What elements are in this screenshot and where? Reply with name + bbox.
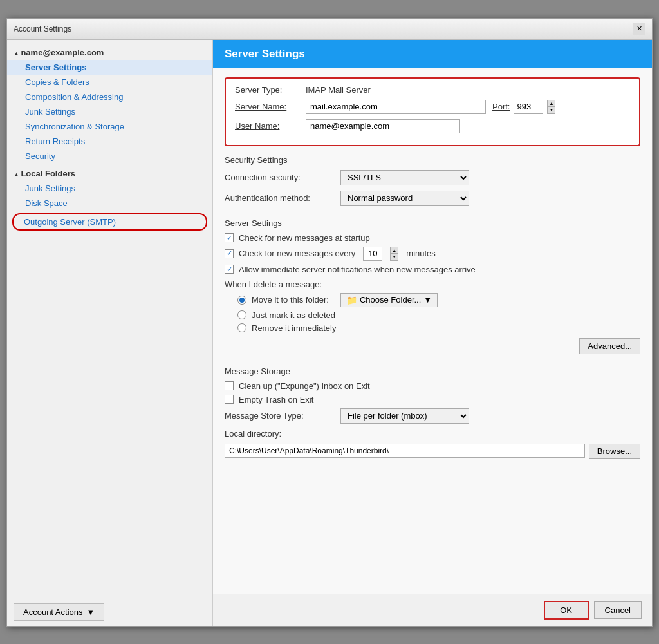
auth-method-row: Authentication method: Normal password E… [225,191,640,206]
empty-trash-label: Empty Trash on Exit [239,395,313,404]
auth-method-label: Authentication method: [225,193,340,203]
panel-title: Server Settings [225,48,305,60]
user-name-label: User Name: [235,121,306,131]
connection-security-label: Connection security: [225,173,340,182]
tree-area: name@example.com Server Settings Copies … [7,40,212,598]
server-type-row: Server Type: IMAP Mail Server [235,85,630,95]
window-title: Account Settings [14,24,71,33]
local-dir-section: Local directory: Browse... [225,429,640,459]
just-mark-row: Just mark it as deleted [237,310,640,320]
just-mark-label: Just mark it as deleted [252,310,335,320]
local-folders-root[interactable]: Local Folders [7,166,212,181]
server-name-input[interactable] [306,100,486,114]
check-every-checkbox[interactable] [225,249,234,258]
port-label: Port: [492,102,510,111]
security-settings-title: Security Settings [225,155,640,165]
check-every-label: Check for new messages every [239,249,355,258]
move-to-folder-radio[interactable] [237,296,246,305]
store-type-select[interactable]: File per folder (mbox) [340,408,469,424]
check-every-row: Check for new messages every ▲ ▼ minutes [225,247,640,261]
empty-trash-checkbox[interactable] [225,395,234,404]
right-panel: Server Settings Server Type: IMAP Mail S… [213,40,652,626]
port-spinner-down[interactable]: ▼ [548,107,555,113]
server-name-label: Server Name: [235,102,306,111]
remove-immediately-row: Remove it immediately [237,323,640,333]
sidebar-item-composition-addressing[interactable]: Composition & Addressing [7,90,212,104]
sidebar-item-return-receipts[interactable]: Return Receipts [7,134,212,149]
remove-immediately-radio[interactable] [237,323,246,332]
security-settings-section: Security Settings Connection security: S… [225,155,640,206]
cleanup-label: Clean up ("Expunge") Inbox on Exit [239,381,370,391]
cleanup-checkbox[interactable] [225,381,234,390]
message-storage-title: Message Storage [225,366,640,376]
port-input[interactable] [514,100,543,114]
allow-notifications-label: Allow immediate server notifications whe… [239,265,476,274]
choose-folder-label: Choose Folder... [360,295,421,305]
account-settings-window: Account Settings ✕ name@example.com Serv… [6,18,653,627]
user-name-input[interactable] [306,119,460,133]
connection-security-row: Connection security: SSL/TLS STARTTLS No… [225,170,640,185]
minutes-suffix: minutes [406,249,436,258]
check-startup-checkbox[interactable] [225,233,234,242]
auth-method-select[interactable]: Normal password Encrypted password OAuth… [340,191,469,206]
sidebar-item-outgoing-smtp[interactable]: Outgoing Server (SMTP) [12,213,207,231]
divider-2 [225,361,640,361]
move-to-folder-row: Move it to this folder: 📁 Choose Folder.… [237,293,640,307]
port-spinner-up[interactable]: ▲ [548,100,555,108]
browse-button[interactable]: Browse... [589,444,640,459]
check-every-minutes-input[interactable] [363,247,382,261]
message-storage-section: Message Storage Clean up ("Expunge") Inb… [225,366,640,459]
close-button[interactable]: ✕ [633,23,645,35]
sidebar-item-junk-settings[interactable]: Junk Settings [7,104,212,119]
sidebar-item-local-junk[interactable]: Junk Settings [7,181,212,196]
panel-header: Server Settings [213,40,652,68]
sidebar-item-sync-storage[interactable]: Synchronization & Storage [7,119,212,134]
server-settings-title: Server Settings [225,218,640,228]
sidebar-item-copies-folders[interactable]: Copies & Folders [7,75,212,90]
main-content: name@example.com Server Settings Copies … [7,40,652,626]
remove-immediately-label: Remove it immediately [252,323,337,333]
panel-body: Server Type: IMAP Mail Server Server Nam… [213,68,652,594]
account-actions-arrow: ▼ [87,607,95,617]
title-bar: Account Settings ✕ [7,19,652,40]
empty-trash-row: Empty Trash on Exit [225,395,640,404]
sidebar-item-disk-space[interactable]: Disk Space [7,196,212,211]
delete-section: When I delete a message: Move it to this… [225,279,640,333]
server-name-row: Server Name: Port: ▲ ▼ [235,100,630,114]
user-name-row: User Name: [235,119,630,133]
cleanup-row: Clean up ("Expunge") Inbox on Exit [225,381,640,391]
server-settings-section: Server Settings Check for new messages a… [225,218,640,274]
just-mark-radio[interactable] [237,310,246,319]
store-type-row: Message Store Type: File per folder (mbo… [225,408,640,424]
account-actions-label: Account Actions [23,607,83,617]
left-panel: name@example.com Server Settings Copies … [7,40,213,626]
connection-security-select[interactable]: SSL/TLS STARTTLS None [340,170,469,185]
choose-folder-button[interactable]: 📁 Choose Folder... ▼ [340,293,438,307]
allow-notifications-checkbox[interactable] [225,265,234,274]
sidebar-item-server-settings[interactable]: Server Settings [7,60,212,75]
account-root[interactable]: name@example.com [7,45,212,60]
port-spinner[interactable]: ▲ ▼ [547,100,555,114]
account-actions-bar: Account Actions ▼ [7,598,212,626]
minutes-spinner-up[interactable]: ▲ [391,247,398,254]
server-info-box: Server Type: IMAP Mail Server Server Nam… [225,77,640,146]
delete-radio-group: Move it to this folder: 📁 Choose Folder.… [237,293,640,333]
check-startup-row: Check for new messages at startup [225,233,640,243]
advanced-row: Advanced... [225,338,640,354]
ok-button[interactable]: OK [544,601,589,620]
server-type-label: Server Type: [235,85,306,95]
store-type-label: Message Store Type: [225,411,340,421]
account-actions-button[interactable]: Account Actions ▼ [14,603,104,621]
sidebar-item-security[interactable]: Security [7,149,212,164]
delete-message-label: When I delete a message: [225,279,640,289]
local-dir-input[interactable] [225,444,585,458]
server-type-value: IMAP Mail Server [306,85,371,95]
minutes-spinner[interactable]: ▲ ▼ [390,247,398,261]
minutes-spinner-down[interactable]: ▼ [391,254,398,260]
bottom-buttons: OK Cancel [213,594,652,626]
check-startup-label: Check for new messages at startup [239,233,370,243]
advanced-button[interactable]: Advanced... [579,338,640,354]
allow-notifications-row: Allow immediate server notifications whe… [225,265,640,274]
cancel-button[interactable]: Cancel [594,601,642,619]
divider-1 [225,213,640,213]
